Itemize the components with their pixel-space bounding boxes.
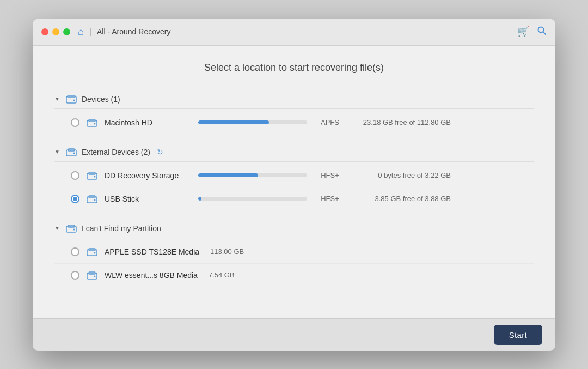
drive-icon-usb (86, 193, 98, 205)
svg-point-19 (73, 228, 75, 230)
section-label-devices: Devices (1) (82, 95, 120, 104)
partition-name-apple: APPLE SSD TS128E Media (105, 247, 199, 256)
device-name-dd: DD Recovery Storage (105, 171, 192, 180)
section-partitions: ▼ I can't Find my Partition APPLE SS (54, 219, 534, 287)
chevron-devices: ▼ (54, 96, 60, 102)
drive-icon-macintosh (86, 117, 98, 129)
partitions-section-icon (65, 222, 77, 234)
progress-usb (198, 197, 307, 201)
svg-line-1 (543, 32, 546, 34)
device-row-macintosh: Macintosh HD APFS 23.18 GB free of 112.8… (54, 111, 534, 134)
start-button[interactable]: Start (494, 325, 542, 345)
svg-point-13 (94, 176, 96, 177)
section-external: ▼ External Devices (2) ↻ DD (54, 143, 534, 210)
fs-dd: HFS+ (314, 171, 346, 179)
radio-macintosh[interactable] (71, 118, 79, 127)
titlebar-actions: 🛒 (517, 26, 547, 38)
drive-icon-dd (86, 170, 98, 182)
partition-size-wlw: 7.54 GB (209, 271, 235, 279)
main-content: Select a location to start recovering fi… (33, 46, 555, 318)
section-devices: ▼ Devices (1) Macintosh HD (54, 90, 534, 134)
device-list-devices: Macintosh HD APFS 23.18 GB free of 112.8… (54, 111, 534, 134)
section-label-external: External Devices (2) (82, 148, 150, 156)
section-header-devices[interactable]: ▼ Devices (1) (54, 90, 534, 109)
size-dd: 0 bytes free of 3.22 GB (353, 171, 451, 179)
page-heading: Select a location to start recovering fi… (54, 62, 534, 74)
device-row-usb: USB Stick HFS+ 3.85 GB free of 3.88 GB (54, 187, 534, 210)
drive-icon-wlw (86, 269, 98, 281)
fs-usb: HFS+ (314, 195, 346, 203)
svg-point-25 (94, 275, 96, 277)
title-divider: | (89, 27, 91, 37)
svg-point-16 (94, 199, 96, 201)
progress-dd (198, 173, 307, 177)
radio-wlw[interactable] (71, 271, 79, 280)
close-button[interactable] (41, 28, 48, 35)
external-section-icon (65, 146, 77, 158)
minimize-button[interactable] (52, 28, 59, 35)
footer: Start (33, 318, 555, 351)
svg-point-10 (73, 152, 75, 154)
radio-dd[interactable] (71, 171, 79, 180)
devices-section-icon (65, 93, 77, 105)
home-icon[interactable]: ⌂ (78, 26, 84, 38)
fs-macintosh: APFS (314, 118, 346, 126)
partition-row-wlw: WLW essent...s 8GB Media 7.54 GB (54, 264, 534, 287)
partition-row-apple: APPLE SSD TS128E Media 113.00 GB (54, 240, 534, 264)
maximize-button[interactable] (63, 28, 70, 35)
progress-macintosh (198, 120, 307, 124)
section-header-partitions[interactable]: ▼ I can't Find my Partition (54, 219, 534, 238)
traffic-lights (41, 28, 70, 35)
device-list-external: DD Recovery Storage HFS+ 0 bytes free of… (54, 164, 534, 210)
radio-apple[interactable] (71, 247, 79, 256)
partition-name-wlw: WLW essent...s 8GB Media (105, 271, 198, 280)
drive-icon-apple (86, 246, 98, 258)
svg-point-7 (94, 123, 96, 124)
section-label-partitions: I can't Find my Partition (82, 224, 161, 233)
device-list-partitions: APPLE SSD TS128E Media 113.00 GB WLW ess… (54, 240, 534, 287)
search-icon[interactable] (537, 26, 547, 38)
radio-usb[interactable] (71, 195, 79, 203)
cart-icon[interactable]: 🛒 (517, 26, 529, 38)
device-name-macintosh: Macintosh HD (105, 118, 192, 127)
svg-point-22 (94, 252, 96, 253)
size-usb: 3.85 GB free of 3.88 GB (353, 195, 451, 203)
section-header-external[interactable]: ▼ External Devices (2) ↻ (54, 143, 534, 162)
device-name-usb: USB Stick (105, 195, 192, 203)
size-macintosh: 23.18 GB free of 112.80 GB (353, 118, 451, 126)
partition-size-apple: 113.00 GB (210, 247, 244, 256)
svg-point-4 (73, 99, 75, 101)
chevron-partitions: ▼ (54, 225, 60, 231)
titlebar: ⌂ | All - Around Recovery 🛒 (33, 19, 555, 46)
app-window: ⌂ | All - Around Recovery 🛒 Select a loc… (33, 19, 555, 351)
chevron-external: ▼ (54, 149, 60, 155)
window-title: All - Around Recovery (97, 27, 170, 36)
refresh-icon[interactable]: ↻ (157, 148, 163, 156)
device-row-dd: DD Recovery Storage HFS+ 0 bytes free of… (54, 164, 534, 187)
